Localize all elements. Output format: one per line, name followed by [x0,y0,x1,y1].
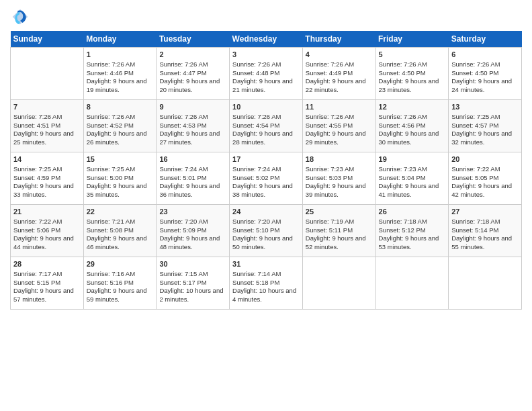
calendar-cell: 10Sunrise: 7:26 AMSunset: 4:54 PMDayligh… [230,100,303,152]
daylight-text: Daylight: 9 hours and 21 minutes. [232,77,300,95]
sunrise-text: Sunrise: 7:26 AM [87,60,154,69]
sunrise-text: Sunrise: 7:25 AM [87,165,154,174]
day-number: 1 [87,50,154,60]
week-row-2: 7Sunrise: 7:26 AMSunset: 4:51 PMDaylight… [11,100,522,152]
day-number: 8 [87,102,154,112]
day-number: 10 [232,102,300,112]
calendar-cell: 31Sunrise: 7:14 AMSunset: 5:18 PMDayligh… [230,257,303,310]
day-number: 15 [87,154,154,165]
calendar-cell: 19Sunrise: 7:23 AMSunset: 5:04 PMDayligh… [375,152,449,205]
day-number: 12 [379,102,446,112]
sunrise-text: Sunrise: 7:26 AM [159,60,226,69]
calendar-cell: 12Sunrise: 7:26 AMSunset: 4:56 PMDayligh… [375,100,449,152]
sunset-text: Sunset: 5:06 PM [13,226,81,235]
sunset-text: Sunset: 4:57 PM [451,122,519,130]
calendar-cell [11,48,84,100]
day-number: 4 [306,50,373,60]
daylight-text: Daylight: 9 hours and 26 minutes. [87,130,154,147]
sunset-text: Sunset: 5:03 PM [306,174,373,183]
sunrise-text: Sunrise: 7:24 AM [232,165,300,174]
sunset-text: Sunset: 5:11 PM [306,226,373,235]
sunset-text: Sunset: 5:00 PM [87,174,154,183]
day-number: 13 [451,102,519,112]
calendar-cell: 30Sunrise: 7:15 AMSunset: 5:17 PMDayligh… [157,257,230,310]
day-number: 24 [232,207,300,217]
sunrise-text: Sunrise: 7:18 AM [379,218,446,226]
daylight-text: Daylight: 9 hours and 24 minutes. [451,77,519,95]
sunset-text: Sunset: 4:52 PM [87,122,154,130]
day-number: 22 [87,207,154,217]
week-row-1: 1Sunrise: 7:26 AMSunset: 4:46 PMDaylight… [11,48,522,100]
daylight-text: Daylight: 10 hours and 4 minutes. [232,287,300,304]
day-number: 23 [159,207,226,217]
day-number: 2 [159,50,226,60]
calendar-cell: 14Sunrise: 7:25 AMSunset: 4:59 PMDayligh… [11,152,84,205]
day-number: 14 [13,154,81,165]
day-number: 31 [232,259,300,269]
sunrise-text: Sunrise: 7:20 AM [159,218,226,226]
calendar-cell [302,257,375,310]
sunrise-text: Sunrise: 7:26 AM [306,113,373,122]
calendar-cell: 4Sunrise: 7:26 AMSunset: 4:49 PMDaylight… [302,48,375,100]
sunrise-text: Sunrise: 7:22 AM [13,218,81,226]
calendar-cell: 7Sunrise: 7:26 AMSunset: 4:51 PMDaylight… [11,100,84,152]
daylight-text: Daylight: 9 hours and 36 minutes. [159,182,226,199]
sunset-text: Sunset: 4:59 PM [13,174,81,183]
col-header-thursday: Thursday [302,31,375,48]
daylight-text: Daylight: 9 hours and 25 minutes. [13,130,81,147]
sunrise-text: Sunrise: 7:25 AM [13,165,81,174]
sunrise-text: Sunrise: 7:26 AM [451,60,519,69]
sunrise-text: Sunrise: 7:21 AM [87,218,154,226]
sunset-text: Sunset: 4:49 PM [306,69,373,78]
calendar-cell: 20Sunrise: 7:22 AMSunset: 5:05 PMDayligh… [449,152,522,205]
daylight-text: Daylight: 9 hours and 41 minutes. [379,182,446,199]
calendar-cell: 28Sunrise: 7:17 AMSunset: 5:15 PMDayligh… [11,257,84,310]
day-number: 17 [232,154,300,165]
daylight-text: Daylight: 9 hours and 27 minutes. [159,130,226,147]
sunset-text: Sunset: 4:50 PM [379,69,446,78]
sunset-text: Sunset: 4:56 PM [379,122,446,130]
day-number: 19 [379,154,446,165]
day-number: 7 [13,102,81,112]
daylight-text: Daylight: 9 hours and 22 minutes. [306,77,373,95]
sunset-text: Sunset: 5:04 PM [379,174,446,183]
day-number: 21 [13,207,81,217]
sunrise-text: Sunrise: 7:18 AM [451,218,519,226]
sunset-text: Sunset: 4:51 PM [13,122,81,130]
sunset-text: Sunset: 5:17 PM [159,279,226,287]
calendar-cell: 21Sunrise: 7:22 AMSunset: 5:06 PMDayligh… [11,205,84,257]
daylight-text: Daylight: 9 hours and 28 minutes. [232,130,300,147]
col-header-wednesday: Wednesday [230,31,303,48]
day-number: 30 [159,259,226,269]
day-number: 25 [306,207,373,217]
calendar-cell [449,257,522,310]
sunset-text: Sunset: 4:48 PM [232,69,300,78]
sunset-text: Sunset: 5:02 PM [232,174,300,183]
daylight-text: Daylight: 9 hours and 59 minutes. [87,287,154,304]
sunset-text: Sunset: 5:08 PM [87,226,154,235]
daylight-text: Daylight: 9 hours and 44 minutes. [13,234,81,252]
logo-icon [10,7,30,27]
calendar-cell: 27Sunrise: 7:18 AMSunset: 5:14 PMDayligh… [449,205,522,257]
header-row: SundayMondayTuesdayWednesdayThursdayFrid… [11,31,522,48]
daylight-text: Daylight: 9 hours and 30 minutes. [379,130,446,147]
sunrise-text: Sunrise: 7:15 AM [159,270,226,279]
sunset-text: Sunset: 4:54 PM [232,122,300,130]
sunset-text: Sunset: 4:46 PM [87,69,154,78]
sunrise-text: Sunrise: 7:26 AM [232,113,300,122]
calendar-cell: 23Sunrise: 7:20 AMSunset: 5:09 PMDayligh… [157,205,230,257]
daylight-text: Daylight: 9 hours and 53 minutes. [379,234,446,252]
header [10,7,522,27]
sunset-text: Sunset: 4:50 PM [451,69,519,78]
sunrise-text: Sunrise: 7:26 AM [13,113,81,122]
sunset-text: Sunset: 4:53 PM [159,122,226,130]
daylight-text: Daylight: 9 hours and 55 minutes. [451,234,519,252]
day-number: 11 [306,102,373,112]
sunrise-text: Sunrise: 7:26 AM [87,113,154,122]
calendar-cell: 11Sunrise: 7:26 AMSunset: 4:55 PMDayligh… [302,100,375,152]
sunset-text: Sunset: 4:55 PM [306,122,373,130]
sunset-text: Sunset: 5:01 PM [159,174,226,183]
sunset-text: Sunset: 5:14 PM [451,226,519,235]
calendar-cell: 18Sunrise: 7:23 AMSunset: 5:03 PMDayligh… [302,152,375,205]
sunset-text: Sunset: 5:05 PM [451,174,519,183]
